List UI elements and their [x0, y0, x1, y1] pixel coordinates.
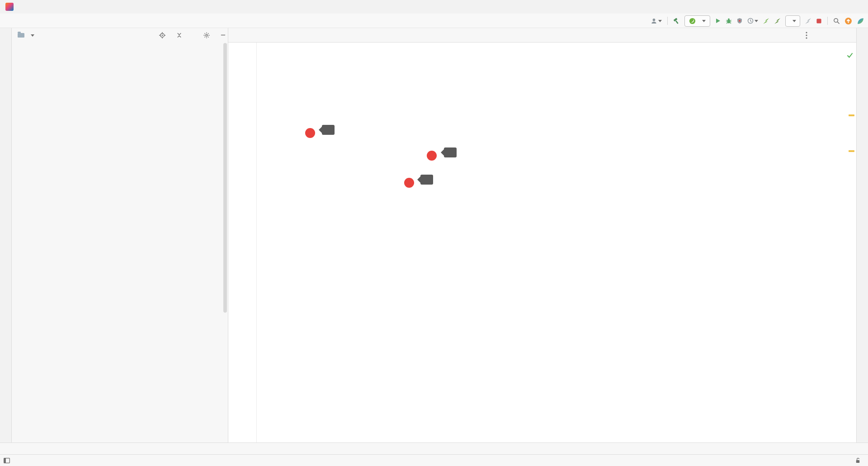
- change-marker: [849, 150, 854, 152]
- more-tabs-icon[interactable]: [806, 28, 807, 42]
- stop-button[interactable]: [816, 18, 822, 24]
- gutter-divider: [256, 43, 257, 442]
- callout-3-tooltip: [420, 175, 433, 185]
- run-button[interactable]: [715, 18, 721, 24]
- minimize-button[interactable]: [806, 0, 826, 14]
- jrebel-debug-button[interactable]: [774, 18, 781, 24]
- readonly-lock-icon[interactable]: [855, 457, 861, 464]
- run-configuration-select[interactable]: [684, 15, 710, 27]
- callout-1-marker: [305, 128, 315, 138]
- project-tree[interactable]: [12, 43, 228, 442]
- search-everywhere-icon[interactable]: [833, 18, 840, 24]
- window-controls: [806, 0, 868, 14]
- run-with-coverage-button[interactable]: [736, 18, 743, 24]
- tool-window-switcher-icon[interactable]: [4, 458, 10, 463]
- jrebel-run-button[interactable]: [763, 18, 769, 24]
- user-account-icon[interactable]: [651, 18, 662, 24]
- maximize-button[interactable]: [826, 0, 847, 14]
- project-view-dropdown-icon[interactable]: [31, 34, 34, 37]
- intellij-logo-icon: [5, 3, 14, 11]
- callout-3-marker: [404, 178, 414, 188]
- main-toolbar: [651, 14, 864, 28]
- project-panel-header: [12, 28, 228, 43]
- debug-button[interactable]: [726, 18, 732, 24]
- change-marker: [849, 114, 854, 116]
- jrebel-disabled-icon[interactable]: [805, 18, 811, 24]
- plugin-gradient-icon[interactable]: [857, 17, 864, 25]
- collapse-all-icon[interactable]: [176, 32, 182, 38]
- left-tool-stripe: [0, 28, 12, 442]
- navigation-bar: [0, 14, 868, 28]
- build-hammer-icon[interactable]: [673, 18, 680, 24]
- update-icon[interactable]: [844, 17, 852, 25]
- callout-2-marker: [427, 151, 437, 161]
- callout-1-tooltip: [322, 125, 335, 135]
- toolbar-separator: [827, 17, 828, 25]
- callout-2-tooltip: [444, 147, 457, 157]
- title-bar: [0, 0, 868, 14]
- status-bar: [0, 454, 868, 466]
- project-tree-scrollbar[interactable]: [223, 43, 227, 313]
- project-header-icon: [18, 33, 24, 38]
- hide-panel-icon[interactable]: [220, 32, 226, 38]
- toolbar-separator: [667, 17, 668, 25]
- code-editor[interactable]: [228, 43, 856, 442]
- panel-settings-gear-icon[interactable]: [203, 32, 210, 38]
- jrebel-select[interactable]: [785, 15, 800, 27]
- tool-window-bar: [0, 442, 868, 454]
- spring-boot-icon: [689, 18, 696, 24]
- right-tool-stripe: [856, 28, 868, 442]
- profiler-button[interactable]: [747, 18, 758, 24]
- inspections-ok-icon[interactable]: [847, 52, 853, 58]
- project-tool-window: [12, 28, 228, 442]
- editor-tab-bar: [228, 28, 856, 43]
- close-button[interactable]: [847, 0, 868, 14]
- locate-file-icon[interactable]: [159, 32, 165, 38]
